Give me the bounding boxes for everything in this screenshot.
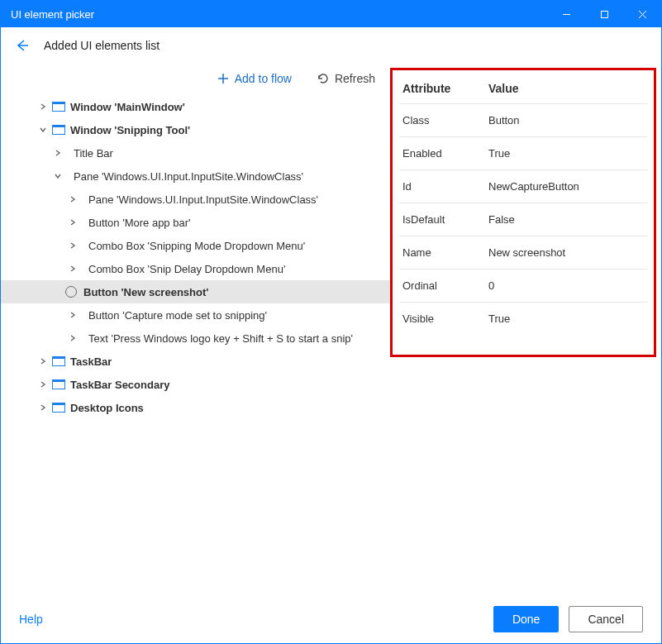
window-icon [52, 102, 65, 112]
refresh-icon [317, 72, 330, 85]
close-button[interactable] [623, 1, 661, 27]
tree-row[interactable]: Window 'Snipping Tool' [1, 118, 390, 141]
tree-row-label: Pane 'Windows.UI.Input.InputSite.WindowC… [88, 193, 318, 206]
window-icon [52, 379, 65, 389]
tree-row-label: TaskBar Secondary [70, 379, 169, 391]
tree-row[interactable]: Window 'MainWindow' [1, 95, 390, 118]
attribute-row: EnabledTrue [399, 136, 647, 169]
tree-row[interactable]: Desktop Icons [1, 396, 390, 419]
cancel-button[interactable]: Cancel [569, 606, 643, 632]
minimize-button[interactable] [547, 1, 585, 27]
chevron-right-icon[interactable] [37, 358, 49, 365]
attribute-row: ClassButton [399, 103, 647, 136]
window-controls [547, 1, 661, 27]
tree-row-label: Text 'Press Windows logo key + Shift + S… [88, 332, 353, 345]
attribute-row: Ordinal0 [399, 269, 647, 302]
attr-header-attribute: Attribute [402, 82, 488, 95]
chevron-right-icon[interactable] [67, 242, 79, 249]
attr-header-value: Value [488, 82, 519, 95]
tree-row[interactable]: Title Bar [1, 141, 390, 165]
tree-row[interactable]: Pane 'Windows.UI.Input.InputSite.WindowC… [1, 165, 390, 188]
tree-panel: Add to flow Refresh Window 'MainWindow'W… [1, 64, 390, 594]
attribute-value: NewCaptureButton [488, 180, 579, 193]
attribute-name: Visible [402, 312, 488, 325]
tree-row[interactable]: Combo Box 'Snipping Mode Dropdown Menu' [1, 234, 390, 257]
chevron-down-icon[interactable] [37, 126, 49, 133]
tree-row-label: Pane 'Windows.UI.Input.InputSite.WindowC… [74, 170, 303, 183]
attribute-row: NameNew screenshot [399, 236, 647, 269]
titlebar: UI element picker [1, 1, 661, 27]
done-button[interactable]: Done [493, 606, 559, 632]
attribute-value: True [488, 312, 510, 325]
chevron-right-icon[interactable] [37, 404, 49, 411]
attribute-value: New screenshot [488, 246, 565, 259]
tree: Window 'MainWindow'Window 'Snipping Tool… [1, 93, 390, 419]
footer-buttons: Done Cancel [493, 606, 643, 632]
add-to-flow-button[interactable]: Add to flow [217, 72, 292, 85]
body: Add to flow Refresh Window 'MainWindow'W… [1, 64, 661, 594]
attribute-row: IsDefaultFalse [399, 203, 647, 236]
attribute-name: Class [402, 114, 488, 126]
radio-icon[interactable] [65, 286, 77, 298]
tree-row-label: Button 'New screenshot' [83, 286, 208, 298]
tree-row[interactable]: Button 'New screenshot' [1, 280, 390, 303]
chevron-right-icon[interactable] [67, 219, 79, 226]
attribute-name: Ordinal [402, 279, 488, 292]
toolbar: Add to flow Refresh [1, 64, 390, 93]
attribute-name: Id [402, 180, 488, 193]
maximize-button[interactable] [585, 1, 623, 27]
refresh-button[interactable]: Refresh [317, 72, 375, 85]
window-title: UI element picker [11, 8, 94, 21]
tree-row-label: Title Bar [74, 147, 113, 160]
tree-row[interactable]: Button 'Capture mode set to snipping' [1, 303, 390, 327]
attributes-header: Attribute Value [399, 75, 647, 103]
tree-row-label: TaskBar [70, 355, 112, 368]
chevron-right-icon[interactable] [67, 196, 79, 203]
footer: Help Done Cancel [1, 594, 661, 643]
chevron-right-icon[interactable] [67, 265, 79, 272]
attribute-name: Enabled [402, 147, 488, 160]
back-button[interactable] [14, 37, 31, 54]
chevron-right-icon[interactable] [37, 381, 49, 388]
tree-row[interactable]: Combo Box 'Snip Delay Dropdown Menu' [1, 257, 390, 280]
attribute-row: IdNewCaptureButton [399, 169, 647, 203]
page-title: Added UI elements list [44, 39, 160, 52]
tree-row-label: Combo Box 'Snipping Mode Dropdown Menu' [88, 240, 305, 252]
attribute-value: Button [488, 114, 520, 126]
window-icon [52, 356, 65, 366]
plus-icon [217, 72, 230, 85]
attribute-name: IsDefault [402, 213, 488, 226]
attribute-value: False [488, 213, 515, 226]
tree-row-label: Combo Box 'Snip Delay Dropdown Menu' [88, 263, 285, 275]
attributes-panel-wrap: Attribute Value ClassButtonEnabledTrueId… [390, 64, 661, 594]
tree-row[interactable]: TaskBar [1, 350, 390, 373]
window-icon [52, 403, 65, 413]
subheader: Added UI elements list [1, 27, 661, 64]
chevron-right-icon[interactable] [37, 103, 49, 110]
window: UI element picker Added UI elements list… [0, 0, 662, 644]
tree-row-label: Button 'More app bar' [88, 217, 190, 229]
window-icon [52, 125, 65, 135]
tree-row-label: Window 'MainWindow' [70, 101, 185, 113]
chevron-right-icon[interactable] [52, 150, 64, 156]
attribute-row: VisibleTrue [399, 302, 647, 335]
svg-rect-1 [601, 11, 607, 17]
attribute-value: 0 [488, 279, 494, 292]
chevron-down-icon[interactable] [52, 173, 64, 179]
tree-row-label: Window 'Snipping Tool' [70, 124, 190, 136]
attribute-name: Name [402, 246, 488, 259]
add-to-flow-label: Add to flow [235, 72, 292, 85]
tree-row[interactable]: Text 'Press Windows logo key + Shift + S… [1, 327, 390, 350]
tree-row[interactable]: Button 'More app bar' [1, 211, 390, 234]
chevron-right-icon[interactable] [67, 312, 79, 318]
tree-row[interactable]: Pane 'Windows.UI.Input.InputSite.WindowC… [1, 188, 390, 211]
tree-row-label: Desktop Icons [70, 402, 144, 414]
help-link[interactable]: Help [19, 613, 43, 626]
attribute-value: True [488, 147, 510, 160]
tree-row[interactable]: TaskBar Secondary [1, 373, 390, 396]
attributes-panel: Attribute Value ClassButtonEnabledTrueId… [390, 68, 656, 357]
tree-row-label: Button 'Capture mode set to snipping' [88, 309, 267, 322]
chevron-right-icon[interactable] [67, 335, 79, 341]
refresh-label: Refresh [335, 72, 375, 85]
